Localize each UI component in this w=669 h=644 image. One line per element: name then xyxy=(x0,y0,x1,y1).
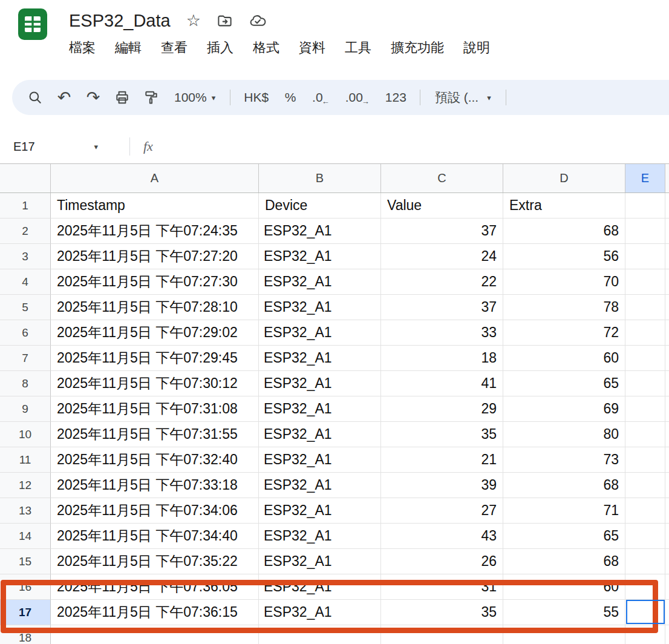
column-header-B[interactable]: B xyxy=(259,164,381,192)
cell-B4[interactable]: ESP32_A1 xyxy=(259,269,381,295)
cell-B8[interactable]: ESP32_A1 xyxy=(259,371,381,396)
cell-B12[interactable]: ESP32_A1 xyxy=(259,473,381,498)
cell-E13[interactable] xyxy=(625,498,665,524)
cell-B3[interactable]: ESP32_A1 xyxy=(259,244,381,269)
menu-item-3[interactable]: 查看 xyxy=(161,39,188,57)
cell-B7[interactable]: ESP32_A1 xyxy=(259,346,381,371)
cell-D16[interactable]: 60 xyxy=(503,574,625,600)
row-header-18[interactable]: 18 xyxy=(0,625,51,644)
cell-D1[interactable]: Extra xyxy=(503,193,625,218)
row-header-14[interactable]: 14 xyxy=(0,524,51,549)
column-header-E[interactable]: E xyxy=(625,164,665,192)
cell-E1[interactable] xyxy=(625,193,665,218)
cell-B10[interactable]: ESP32_A1 xyxy=(259,422,381,447)
cell-A3[interactable]: 2025年11月5日 下午07:27:20 xyxy=(51,244,259,269)
cell-D13[interactable]: 71 xyxy=(503,498,625,524)
paint-format-icon[interactable] xyxy=(138,84,165,111)
cell-A16[interactable]: 2025年11月5日 下午07:36:05 xyxy=(51,574,259,600)
cell-B1[interactable]: Device xyxy=(259,193,381,218)
cell-B16[interactable]: ESP32_A1 xyxy=(259,574,381,600)
cell-C16[interactable]: 31 xyxy=(381,574,503,600)
menu-item-4[interactable]: 插入 xyxy=(207,39,233,57)
cell-C12[interactable]: 39 xyxy=(381,473,503,498)
row-header-6[interactable]: 6 xyxy=(0,320,51,346)
cell-A4[interactable]: 2025年11月5日 下午07:27:30 xyxy=(51,269,259,295)
cell-D12[interactable]: 68 xyxy=(503,473,625,498)
cell-A18[interactable] xyxy=(51,625,259,644)
select-all-corner[interactable] xyxy=(0,164,51,192)
cell-D7[interactable]: 60 xyxy=(503,346,625,371)
row-header-15[interactable]: 15 xyxy=(0,549,51,574)
cell-E7[interactable] xyxy=(625,346,665,371)
cell-D2[interactable]: 68 xyxy=(503,218,625,244)
star-icon[interactable]: ☆ xyxy=(186,13,201,29)
print-icon[interactable] xyxy=(109,84,135,111)
cell-A15[interactable]: 2025年11月5日 下午07:35:22 xyxy=(51,549,259,574)
cell-D5[interactable]: 78 xyxy=(503,295,625,320)
sheets-logo-icon[interactable] xyxy=(16,7,50,41)
cell-B17[interactable]: ESP32_A1 xyxy=(259,600,381,625)
undo-icon[interactable]: ↶ xyxy=(51,84,77,111)
zoom-control[interactable]: 100% ▾ xyxy=(167,84,223,111)
row-header-11[interactable]: 11 xyxy=(0,447,51,473)
cell-E5[interactable] xyxy=(625,295,665,320)
cell-D14[interactable]: 65 xyxy=(503,524,625,549)
cell-E12[interactable] xyxy=(625,473,665,498)
cell-B9[interactable]: ESP32_A1 xyxy=(259,396,381,422)
cell-D4[interactable]: 70 xyxy=(503,269,625,295)
cell-C14[interactable]: 43 xyxy=(381,524,503,549)
column-header-A[interactable]: A xyxy=(51,164,259,192)
redo-icon[interactable]: ↷ xyxy=(80,84,106,111)
cell-A8[interactable]: 2025年11月5日 下午07:30:12 xyxy=(51,371,259,396)
cell-D17[interactable]: 55 xyxy=(503,600,625,625)
menu-item-7[interactable]: 工具 xyxy=(345,39,371,57)
cell-A6[interactable]: 2025年11月5日 下午07:29:02 xyxy=(51,320,259,346)
menu-item-5[interactable]: 格式 xyxy=(253,39,279,57)
cell-D6[interactable]: 72 xyxy=(503,320,625,346)
menu-item-6[interactable]: 資料 xyxy=(299,39,325,57)
cell-C5[interactable]: 37 xyxy=(381,295,503,320)
cell-E3[interactable] xyxy=(625,244,665,269)
cell-C11[interactable]: 21 xyxy=(381,447,503,473)
menu-item-9[interactable]: 說明 xyxy=(463,39,490,57)
row-header-4[interactable]: 4 xyxy=(0,269,51,295)
cell-A7[interactable]: 2025年11月5日 下午07:29:45 xyxy=(51,346,259,371)
cell-C1[interactable]: Value xyxy=(381,193,503,218)
cell-D9[interactable]: 69 xyxy=(503,396,625,422)
cell-C17[interactable]: 35 xyxy=(381,600,503,625)
row-header-10[interactable]: 10 xyxy=(0,422,51,447)
menu-item-1[interactable]: 檔案 xyxy=(69,39,96,57)
search-icon[interactable] xyxy=(22,84,48,111)
row-header-9[interactable]: 9 xyxy=(0,396,51,422)
cell-C2[interactable]: 37 xyxy=(381,218,503,244)
cell-E6[interactable] xyxy=(625,320,665,346)
decrease-decimal-button[interactable]: .0 ← xyxy=(306,84,337,111)
cell-B11[interactable]: ESP32_A1 xyxy=(259,447,381,473)
cell-C9[interactable]: 29 xyxy=(381,396,503,422)
cell-A13[interactable]: 2025年11月5日 下午07:34:06 xyxy=(51,498,259,524)
cell-B6[interactable]: ESP32_A1 xyxy=(259,320,381,346)
cell-C8[interactable]: 41 xyxy=(381,371,503,396)
cell-C3[interactable]: 24 xyxy=(381,244,503,269)
column-header-C[interactable]: C xyxy=(381,164,503,192)
cell-A14[interactable]: 2025年11月5日 下午07:34:40 xyxy=(51,524,259,549)
cell-C15[interactable]: 26 xyxy=(381,549,503,574)
cell-E16[interactable] xyxy=(625,574,665,600)
cell-C18[interactable] xyxy=(381,625,503,644)
row-header-7[interactable]: 7 xyxy=(0,346,51,371)
percent-format-button[interactable]: % xyxy=(277,84,304,111)
cell-C10[interactable]: 35 xyxy=(381,422,503,447)
row-header-2[interactable]: 2 xyxy=(0,218,51,244)
cell-B15[interactable]: ESP32_A1 xyxy=(259,549,381,574)
cloud-save-status-icon[interactable] xyxy=(249,12,266,30)
cell-E18[interactable] xyxy=(625,625,665,644)
cell-C6[interactable]: 33 xyxy=(381,320,503,346)
cell-D10[interactable]: 80 xyxy=(503,422,625,447)
cell-E9[interactable] xyxy=(625,396,665,422)
cell-E11[interactable] xyxy=(625,447,665,473)
cell-C4[interactable]: 22 xyxy=(381,269,503,295)
cell-B14[interactable]: ESP32_A1 xyxy=(259,524,381,549)
cell-D15[interactable]: 68 xyxy=(503,549,625,574)
menu-item-8[interactable]: 擴充功能 xyxy=(391,39,444,57)
name-box[interactable]: E17 ▾ xyxy=(0,140,104,154)
